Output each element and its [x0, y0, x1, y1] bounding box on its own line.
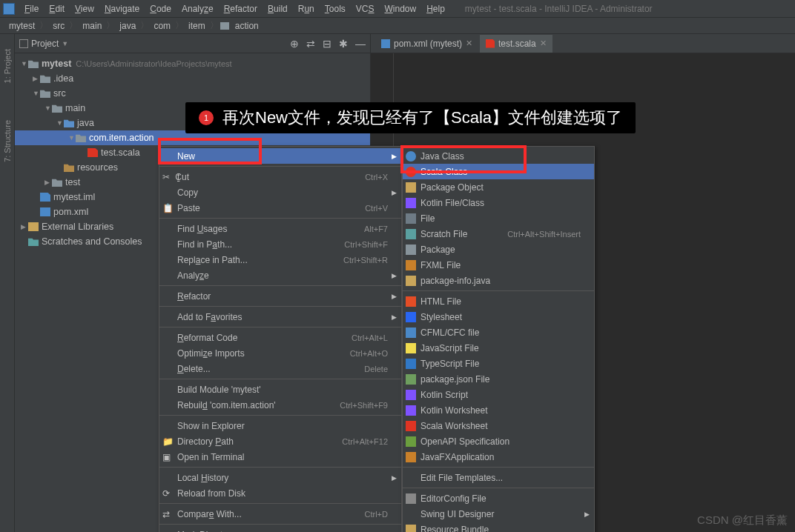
menu-edit[interactable]: Edit	[44, 1, 70, 16]
window-title: mytest - test.scala - IntelliJ IDEA - Ad…	[465, 4, 653, 14]
ctx-add-favorites[interactable]: Add to Favorites▶	[159, 309, 401, 325]
tab-test[interactable]: test.scala✕	[480, 35, 552, 53]
reload-icon: ⟳	[162, 488, 173, 499]
new-openapi[interactable]: OpenAPI Specification	[403, 433, 594, 449]
ctx-find-usages[interactable]: Find UsagesAlt+F7	[159, 221, 401, 236]
crumb-item[interactable]: item	[185, 21, 208, 31]
new-scala-ws[interactable]: Scala Worksheet	[403, 418, 594, 433]
menu-navigate[interactable]: Navigate	[99, 1, 145, 16]
folder-icon	[220, 22, 229, 30]
ctx-refactor[interactable]: Refactor▶	[159, 288, 401, 304]
new-package[interactable]: Package	[403, 242, 594, 257]
select-opened-file-icon[interactable]: ⊕	[290, 38, 299, 50]
editor-tabbar: pom.xml (mytest)✕ test.scala✕	[371, 34, 795, 53]
crumb-src[interactable]: src	[50, 21, 67, 31]
new-scratch[interactable]: Scratch FileCtrl+Alt+Shift+Insert	[403, 226, 594, 242]
ctx-mark-dir[interactable]: Mark Directory as▶	[159, 527, 401, 532]
menu-vcs[interactable]: VCS	[351, 1, 380, 16]
new-kotlin-ws[interactable]: Kotlin Worksheet	[403, 402, 594, 418]
new-resource-bundle[interactable]: Resource Bundle	[403, 522, 594, 532]
package-icon	[406, 276, 416, 286]
new-file[interactable]: File	[403, 210, 594, 226]
menu-build[interactable]: Build	[263, 1, 293, 16]
new-fxml[interactable]: FXML File	[403, 257, 594, 273]
file-icon	[406, 213, 416, 224]
new-js[interactable]: JavaScript File	[403, 340, 594, 356]
tool-window-bar: 1: Project 7: Structure	[0, 34, 15, 532]
gutter-project[interactable]: 1: Project	[3, 49, 12, 83]
settings-icon[interactable]: ✱	[339, 38, 348, 50]
ctx-cut[interactable]: ✂tCutCtrl+X	[159, 169, 401, 184]
close-icon[interactable]: ✕	[540, 39, 547, 48]
crumb-mytest[interactable]: mytest	[6, 21, 38, 31]
new-scala-class[interactable]: Scala Class	[403, 164, 594, 179]
ctx-open-terminal[interactable]: ▣Open in Terminal	[159, 449, 401, 465]
crumb-main[interactable]: main	[79, 21, 105, 31]
cfml-icon	[406, 327, 416, 338]
ctx-optimize[interactable]: Optimize ImportsCtrl+Alt+O	[159, 345, 401, 361]
ctx-paste[interactable]: 📋PasteCtrl+V	[159, 200, 401, 216]
menu-refactor[interactable]: Refactor	[219, 1, 263, 16]
ctx-local-history[interactable]: Local History▶	[159, 470, 401, 485]
new-pkg-json[interactable]: package.json File	[403, 371, 594, 387]
menu-run[interactable]: Run	[293, 1, 320, 16]
editorconfig-icon	[406, 493, 416, 504]
expand-all-icon[interactable]: ⇄	[306, 38, 315, 50]
new-javafx[interactable]: JavaFXApplication	[403, 449, 594, 465]
crumb-action[interactable]: action	[232, 21, 262, 31]
tree-src[interactable]: ▼src	[15, 86, 370, 101]
paste-icon: 📋	[162, 203, 173, 213]
tab-pom[interactable]: pom.xml (mytest)✕	[375, 35, 478, 53]
crumb-com[interactable]: com	[151, 21, 174, 31]
ctx-reformat[interactable]: Reformat CodeCtrl+Alt+L	[159, 330, 401, 345]
java-icon	[406, 151, 416, 162]
scratch-icon	[406, 229, 416, 239]
tree-root[interactable]: ▼mytestC:\Users\Administrator\IdeaProjec…	[15, 56, 370, 71]
ctx-reload[interactable]: ⟳Reload from Disk	[159, 485, 401, 501]
menu-code[interactable]: Code	[145, 1, 177, 16]
panel-title[interactable]: Project	[31, 39, 59, 49]
ctx-delete[interactable]: Delete...Delete	[159, 361, 401, 376]
gutter-structure[interactable]: 7: Structure	[3, 120, 12, 162]
menu-file[interactable]: File	[19, 1, 44, 16]
menu-tools[interactable]: Tools	[320, 1, 351, 16]
fxml-icon	[406, 260, 416, 270]
ctx-compare[interactable]: ⇄Compare With...Ctrl+D	[159, 506, 401, 522]
ctx-copy[interactable]: Copy▶	[159, 184, 401, 200]
ctx-analyze[interactable]: Analyze▶	[159, 267, 401, 283]
new-stylesheet[interactable]: Stylesheet	[403, 309, 594, 325]
ctx-dir-path[interactable]: 📁Directory PathCtrl+Alt+F12	[159, 433, 401, 449]
menu-help[interactable]: Help	[421, 1, 450, 16]
ctx-new[interactable]: New▶	[159, 148, 401, 164]
new-editorconfig[interactable]: EditorConfig File	[403, 491, 594, 506]
new-html[interactable]: HTML File	[403, 293, 594, 309]
crumb-java[interactable]: java	[116, 21, 139, 31]
collapse-all-icon[interactable]: ⊟	[323, 38, 331, 50]
new-java-class[interactable]: Java Class	[403, 148, 594, 164]
kotlin-icon	[406, 198, 416, 208]
new-package-object[interactable]: Package Object	[403, 179, 594, 195]
tree-idea[interactable]: ▶.idea	[15, 71, 370, 86]
menu-window[interactable]: Window	[379, 1, 421, 16]
close-icon[interactable]: ✕	[466, 39, 472, 48]
ctx-build[interactable]: Build Module 'mytest'	[159, 382, 401, 397]
menu-analyze[interactable]: Analyze	[177, 1, 219, 16]
ctx-replace-in-path[interactable]: Replace in Path...Ctrl+Shift+R	[159, 252, 401, 267]
new-cfml[interactable]: CFML/CFC file	[403, 325, 594, 340]
scala-icon	[406, 167, 416, 177]
ts-icon	[406, 359, 416, 369]
new-kotlin[interactable]: Kotlin File/Class	[403, 195, 594, 210]
new-swing[interactable]: Swing UI Designer▶	[403, 506, 594, 522]
watermark: CSDN @红目香薰	[697, 513, 788, 528]
ctx-find-in-path[interactable]: Find in Path...Ctrl+Shift+F	[159, 236, 401, 252]
ctx-rebuild[interactable]: Rebuild 'com.item.action'Ctrl+Shift+F9	[159, 397, 401, 413]
menu-view[interactable]: View	[70, 1, 99, 16]
js-icon	[406, 343, 416, 353]
new-ts[interactable]: TypeScript File	[403, 356, 594, 371]
ctx-show-explorer[interactable]: Show in Explorer	[159, 418, 401, 433]
hide-icon[interactable]: —	[355, 38, 366, 50]
new-kotlin-script[interactable]: Kotlin Script	[403, 387, 594, 402]
app-icon	[3, 3, 15, 15]
new-pkg-info[interactable]: package-info.java	[403, 273, 594, 288]
new-edit-templates[interactable]: Edit File Templates...	[403, 470, 594, 485]
